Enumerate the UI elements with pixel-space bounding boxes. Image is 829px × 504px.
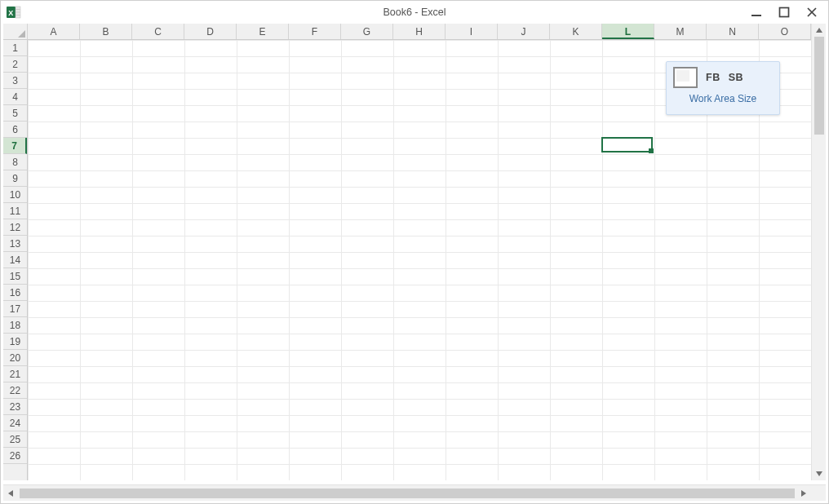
row-header-8[interactable]: 8 — [3, 154, 27, 170]
row-header-17[interactable]: 17 — [3, 301, 27, 317]
column-header-D[interactable]: D — [184, 24, 237, 39]
column-header-I[interactable]: I — [446, 24, 498, 39]
row-header-6[interactable]: 6 — [3, 122, 27, 138]
column-header-O[interactable]: O — [759, 24, 811, 39]
svg-marker-10 — [816, 28, 822, 33]
column-header-J[interactable]: J — [498, 24, 550, 39]
svg-rect-7 — [780, 8, 789, 17]
window-title: Book6 - Excel — [383, 7, 446, 18]
fb-button[interactable]: FB — [706, 72, 720, 83]
column-header-B[interactable]: B — [80, 24, 132, 39]
hscroll-thumb[interactable] — [20, 489, 795, 498]
horizontal-scrollbar[interactable] — [3, 484, 826, 501]
vscroll-track[interactable] — [812, 37, 827, 467]
svg-text:X: X — [8, 9, 13, 17]
row-header-2[interactable]: 2 — [3, 56, 27, 73]
column-header-F[interactable]: F — [289, 24, 341, 39]
row-header-12[interactable]: 12 — [3, 219, 27, 236]
column-header-K[interactable]: K — [550, 24, 602, 39]
row-header-22[interactable]: 22 — [3, 382, 27, 399]
frame-icon[interactable] — [673, 67, 698, 88]
sb-button[interactable]: SB — [729, 72, 743, 83]
column-header-L[interactable]: L — [602, 24, 654, 39]
row-header-13[interactable]: 13 — [3, 236, 27, 252]
grid-inner: ABCDEFGHIJKLMNO 123456789101112131415161… — [3, 24, 811, 480]
close-button[interactable] — [804, 4, 820, 20]
fill-handle[interactable] — [649, 148, 654, 153]
row-header-14[interactable]: 14 — [3, 252, 27, 268]
column-headers: ABCDEFGHIJKLMNO — [28, 24, 811, 40]
row-header-18[interactable]: 18 — [3, 317, 27, 334]
row-header-20[interactable]: 20 — [3, 350, 27, 366]
svg-rect-6 — [751, 15, 761, 16]
vscroll-thumb[interactable] — [814, 37, 824, 135]
scroll-down-icon[interactable] — [813, 467, 826, 480]
vertical-scrollbar[interactable] — [811, 24, 826, 480]
row-header-25[interactable]: 25 — [3, 431, 27, 448]
resize-grip[interactable] — [811, 485, 826, 502]
spreadsheet-area: ABCDEFGHIJKLMNO 123456789101112131415161… — [3, 24, 826, 480]
svg-marker-13 — [801, 490, 806, 497]
row-headers: 1234567891011121314151617181920212223242… — [3, 40, 28, 480]
window-controls — [748, 1, 825, 24]
widget-buttons: FB SB — [667, 62, 779, 90]
titlebar: X Book6 - Excel — [1, 1, 828, 24]
row-header-19[interactable]: 19 — [3, 334, 27, 350]
row-header-26[interactable]: 26 — [3, 448, 27, 464]
cell-grid[interactable]: FB SB Work Area Size — [28, 40, 811, 480]
row-header-15[interactable]: 15 — [3, 268, 27, 285]
svg-marker-12 — [8, 490, 13, 497]
column-header-N[interactable]: N — [707, 24, 759, 39]
row-header-11[interactable]: 11 — [3, 203, 27, 219]
column-header-C[interactable]: C — [132, 24, 184, 39]
widget-caption: Work Area Size — [667, 90, 779, 109]
row-header-21[interactable]: 21 — [3, 366, 27, 382]
scroll-up-icon[interactable] — [813, 24, 826, 37]
maximize-button[interactable] — [776, 4, 792, 20]
row-header-3[interactable]: 3 — [3, 73, 27, 89]
scroll-left-icon[interactable] — [3, 485, 18, 502]
excel-icon: X — [6, 4, 22, 20]
row-header-16[interactable]: 16 — [3, 285, 27, 301]
work-area-size-widget[interactable]: FB SB Work Area Size — [666, 61, 780, 115]
row-header-10[interactable]: 10 — [3, 187, 27, 203]
row-header-4[interactable]: 4 — [3, 89, 27, 105]
hscroll-track[interactable] — [18, 485, 796, 502]
row-header-7[interactable]: 7 — [3, 138, 27, 154]
column-header-G[interactable]: G — [341, 24, 393, 39]
column-header-E[interactable]: E — [237, 24, 289, 39]
row-header-9[interactable]: 9 — [3, 170, 27, 187]
minimize-button[interactable] — [748, 4, 765, 20]
row-header-23[interactable]: 23 — [3, 399, 27, 415]
row-header-1[interactable]: 1 — [3, 40, 27, 56]
svg-marker-11 — [816, 471, 822, 476]
column-header-H[interactable]: H — [393, 24, 446, 39]
column-header-A[interactable]: A — [28, 24, 80, 39]
column-header-M[interactable]: M — [654, 24, 707, 39]
active-cell[interactable] — [601, 137, 653, 153]
select-all-corner[interactable] — [3, 24, 28, 40]
excel-window: X Book6 - Excel ABCDEFGHIJKLMNO 12345678… — [0, 0, 829, 504]
row-header-5[interactable]: 5 — [3, 105, 27, 122]
scroll-right-icon[interactable] — [796, 485, 811, 502]
row-header-24[interactable]: 24 — [3, 415, 27, 431]
